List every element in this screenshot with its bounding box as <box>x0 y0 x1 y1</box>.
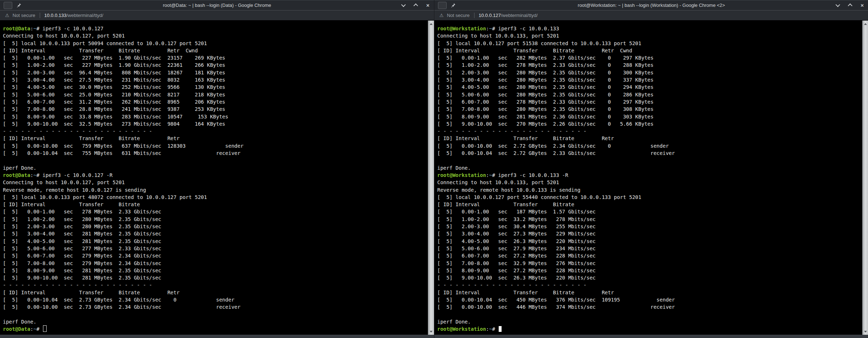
terminal-line: [ 5] 5.00-6.00 sec 27.9 MBytes 234 Mbits… <box>437 245 862 252</box>
terminal-line <box>3 311 428 318</box>
chevron-down-icon <box>401 3 406 7</box>
prompt-path: ~ <box>489 172 492 178</box>
scroll-down-button[interactable] <box>428 329 434 334</box>
prompt-symbol: # <box>492 26 498 31</box>
window-favicon <box>438 2 447 9</box>
terminal-line: iperf Done. <box>437 164 862 172</box>
not-secure-label: Not secure <box>447 13 470 18</box>
address-bar[interactable]: ⚠ Not secure 10.0.0.127/webterminal/ttyd… <box>434 10 868 20</box>
chrome-window-data: root@Data: ~ | bash --login (Data) - Goo… <box>0 0 434 338</box>
url-host: 10.0.0.127 <box>479 13 501 18</box>
terminal-line: [ ID] Interval Transfer Bitrate Retr <box>3 289 428 296</box>
terminal-line: [ 5] 4.00-5.00 sec 26.3 MBytes 220 Mbits… <box>437 238 862 245</box>
terminal-line: [ 5] 1.00-2.00 sec 227 MBytes 1.90 Gbits… <box>3 61 428 69</box>
triangle-down-icon <box>864 331 867 333</box>
terminal-line: [ ID] Interval Transfer Bitrate Retr <box>3 135 428 142</box>
triangle-down-icon <box>430 331 433 333</box>
terminal-line: [ 5] 1.00-2.00 sec 278 MBytes 2.33 Gbits… <box>437 61 862 69</box>
terminal-line: - - - - - - - - - - - - - - - - - - - - … <box>437 281 862 289</box>
terminal-line: [ 5] 9.00-10.00 sec 270 MBytes 2.26 Gbit… <box>437 120 862 127</box>
terminal-line: [ 5] 2.00-3.00 sec 280 MBytes 2.35 Gbits… <box>3 223 428 230</box>
terminal-line: [ 5] 2.00-3.00 sec 30.4 MBytes 255 Mbits… <box>437 223 862 230</box>
prompt-user-host: root@Workstation <box>437 26 486 31</box>
window-favicon <box>4 2 12 9</box>
close-icon: × <box>861 3 864 8</box>
terminal-line: iperf Done. <box>3 318 428 325</box>
terminal-line: root@Workstation:~# <box>437 325 862 333</box>
scroll-down-button[interactable] <box>863 329 868 334</box>
minimize-button[interactable] <box>401 3 406 8</box>
maximize-button[interactable] <box>847 3 852 8</box>
url-path: /webterminal/ttyd/ <box>501 13 538 18</box>
prompt-path: ~ <box>33 172 36 178</box>
prompt-user-host: root@Data <box>3 172 30 178</box>
terminal-line <box>3 157 428 164</box>
chrome-window-workstation: root@Workstation: ~ | bash --login (Work… <box>434 0 868 338</box>
terminal-line: [ 5] 0.00-10.00 sec 759 MBytes 637 Mbits… <box>3 142 428 150</box>
terminal-line: [ 5] 6.00-7.00 sec 31.2 MBytes 262 Mbits… <box>3 98 428 105</box>
terminal-line: [ 5] 9.00-10.00 sec 281 MBytes 2.35 Gbit… <box>3 274 428 281</box>
terminal-line: [ 5] 0.00-10.04 sec 755 MBytes 631 Mbits… <box>3 150 428 157</box>
terminal-line: root@Data:~# iperf3 -c 10.0.0.127 -R <box>3 172 428 179</box>
close-button[interactable]: × <box>860 3 865 8</box>
window-bottom-edge <box>0 335 434 338</box>
scroll-up-button[interactable] <box>428 21 434 26</box>
minimize-button[interactable] <box>835 3 840 8</box>
terminal-line: [ 5] 7.00-8.00 sec 280 MBytes 2.35 Gbits… <box>437 105 862 113</box>
window-titlebar[interactable]: root@Data: ~ | bash --login (Data) - Goo… <box>0 0 434 10</box>
terminal-line: [ 5] 6.00-7.00 sec 279 MBytes 2.34 Gbits… <box>3 252 428 259</box>
prompt-user-host: root@Workstation <box>437 172 486 178</box>
terminal-line: root@Workstation:~# iperf3 -c 10.0.0.133 <box>437 25 862 32</box>
pin-icon[interactable] <box>17 3 21 8</box>
terminal-line: root@Data:~# <box>3 325 428 333</box>
chevron-down-icon <box>835 3 840 7</box>
terminal-workstation[interactable]: root@Workstation:~# iperf3 -c 10.0.0.133… <box>434 21 862 335</box>
terminal-line: [ 5] local 10.0.0.127 port 51538 connect… <box>437 40 862 47</box>
url-host: 10.0.0.133 <box>44 13 66 18</box>
terminal-line: [ 5] 6.00-7.00 sec 27.2 MBytes 228 Mbits… <box>437 252 862 259</box>
terminal-line: [ 5] 5.00-6.00 sec 277 MBytes 2.33 Gbits… <box>3 245 428 252</box>
triangle-up-icon <box>430 23 433 25</box>
terminal-line: Reverse mode, remote host 10.0.0.133 is … <box>437 186 862 194</box>
prompt-symbol: # <box>36 326 43 332</box>
scroll-up-button[interactable] <box>863 21 868 26</box>
terminal-line <box>437 157 862 164</box>
terminal-line: [ 5] 4.00-5.00 sec 281 MBytes 2.35 Gbits… <box>3 238 428 245</box>
scrollbar[interactable] <box>428 21 434 335</box>
address-bar[interactable]: ⚠ Not secure 10.0.0.133/webterminal/ttyd… <box>0 10 434 20</box>
terminal-line: Connecting to host 10.0.0.127, port 5201 <box>3 32 428 39</box>
terminal-line: [ 5] 8.00-9.00 sec 27.2 MBytes 228 Mbits… <box>437 267 862 274</box>
terminal-line: [ 5] 0.00-10.00 sec 2.73 GBytes 2.34 Gbi… <box>3 303 428 311</box>
pin-icon[interactable] <box>451 3 456 8</box>
terminal-line: [ ID] Interval Transfer Bitrate Retr <box>437 289 862 296</box>
scrollbar[interactable] <box>862 21 868 335</box>
terminal-line: [ 5] 0.00-1.00 sec 278 MBytes 2.33 Gbits… <box>3 208 428 215</box>
terminal-line: [ 5] local 10.0.0.133 port 48072 connect… <box>3 194 428 201</box>
terminal-line: iperf Done. <box>3 164 428 172</box>
window-titlebar[interactable]: root@Workstation: ~ | bash --login (Work… <box>434 0 868 10</box>
terminal-line: [ 5] 4.00-5.00 sec 30.0 MBytes 252 Mbits… <box>3 83 428 91</box>
terminal-line: [ 5] local 10.0.0.127 port 55440 connect… <box>437 194 862 201</box>
url-divider <box>40 13 40 18</box>
terminal-line: [ 5] 7.00-8.00 sec 279 MBytes 2.34 Gbits… <box>3 260 428 267</box>
terminal-line: [ ID] Interval Transfer Bitrate Retr Cwn… <box>437 47 862 54</box>
maximize-button[interactable] <box>413 3 418 8</box>
terminal-line: [ 5] 7.00-8.00 sec 32.9 MBytes 276 Mbits… <box>437 260 862 267</box>
terminal-line: Connecting to host 10.0.0.133, port 5201 <box>437 179 862 186</box>
not-secure-label: Not secure <box>13 13 35 18</box>
terminal-line: [ 5] 3.00-4.00 sec 281 MBytes 2.35 Gbits… <box>3 230 428 237</box>
prompt-user-host: root@Data <box>3 26 30 31</box>
terminal-line: [ 5] 1.00-2.00 sec 33.2 MBytes 278 Mbits… <box>437 216 862 223</box>
terminal-line: [ 5] 5.00-6.00 sec 280 MBytes 2.35 Gbits… <box>437 91 862 98</box>
terminal-line: [ 5] 5.00-6.00 sec 25.0 MBytes 210 Mbits… <box>3 91 428 98</box>
close-button[interactable]: × <box>425 3 430 8</box>
terminal-line: [ 5] 8.00-9.00 sec 33.8 MBytes 283 Mbits… <box>3 113 428 120</box>
terminal-line: [ 5] 2.00-3.00 sec 280 MBytes 2.35 Gbits… <box>437 69 862 76</box>
prompt-path: ~ <box>489 26 492 31</box>
terminal-line: [ 5] 9.00-10.00 sec 32.5 MBytes 273 Mbit… <box>3 120 428 127</box>
close-icon: × <box>426 3 430 8</box>
terminal-line: [ 5] 0.00-10.04 sec 2.73 GBytes 2.34 Gbi… <box>3 296 428 303</box>
terminal-data[interactable]: root@Data:~# iperf3 -c 10.0.0.127Connect… <box>0 21 428 335</box>
terminal-line: [ 5] 4.00-5.00 sec 280 MBytes 2.35 Gbits… <box>437 83 862 91</box>
terminal-line: [ ID] Interval Transfer Bitrate Retr <box>437 135 862 142</box>
